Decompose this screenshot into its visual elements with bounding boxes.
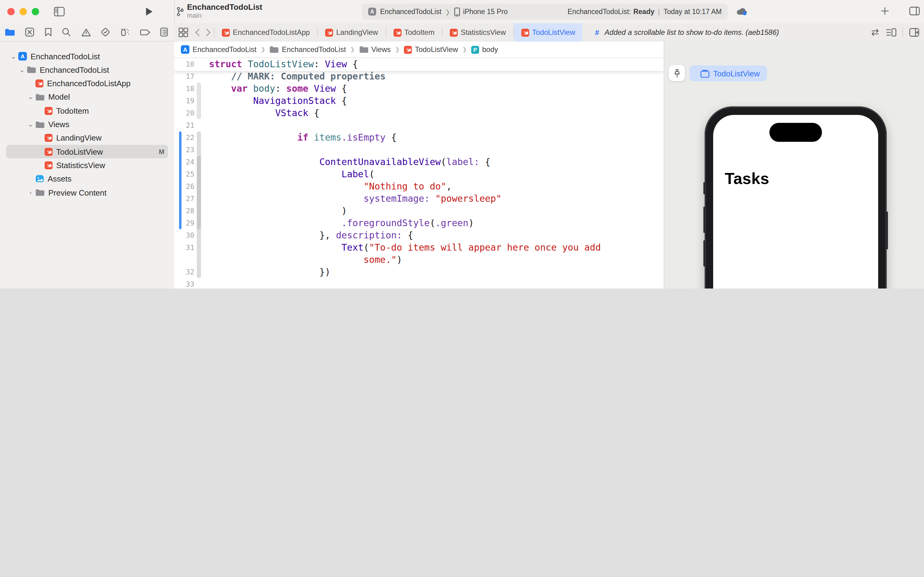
sidebar-item-todoitem[interactable]: TodoItem [0,104,174,118]
window-minimize-button[interactable] [19,8,27,15]
sidebar-item-label: StatisticsView [56,161,105,170]
tab-landingview[interactable]: LandingView [318,23,385,42]
pin-preview-button[interactable] [668,65,685,81]
sidebar-item-enchancedtodolistapp[interactable]: EnchancedTodoListApp [0,77,174,90]
activity-status-pill[interactable]: A EnchancedTodoList ❯ iPhone 15 Pro Ench… [362,4,728,19]
sidebar-item-model[interactable]: ⌄Model [0,90,174,104]
code-line-31: 31Text("To-do items will appear here onc… [174,242,664,254]
sidebar-item-enchancedtodolist[interactable]: ⌄EnchancedTodoList [0,63,174,77]
scheme-name[interactable]: EnchancedTodoList [380,8,441,15]
sidebar-item-landingview[interactable]: LandingView [0,131,174,145]
property-icon: P [471,45,479,53]
debug-icon[interactable] [120,27,130,37]
sidebar-item-todolistview[interactable]: TodoListViewM [0,145,174,158]
sidebar-item-label: LandingView [56,134,101,143]
project-navigator-icon[interactable] [5,28,15,36]
swap-editor-icon[interactable] [870,29,880,36]
editor-options-icon[interactable] [886,28,897,37]
related-items-icon[interactable] [179,27,188,37]
breadcrumb-enchancedtodolist[interactable]: EnchancedTodoList [270,45,346,54]
xcode-cloud-status-icon[interactable] [736,7,747,16]
bookmark-icon[interactable] [45,27,52,37]
preview-device-icon [700,69,710,77]
sidebar-item-preview-content[interactable]: ›Preview Content [0,186,174,199]
source-editor[interactable]: 17// MARK: Computed properties18var body… [174,58,664,288]
sidebar-item-label: Views [48,120,69,129]
preview-target-chip[interactable]: TodoListView [689,65,767,81]
sidebar-item-label: EnchancedTodoList [31,52,100,61]
disclosure-chevron[interactable]: ⌄ [19,66,25,74]
code-line-22: 22if items.isEmpty { [174,131,664,143]
iphone-screen[interactable]: Tasks Nothing to do To-do items will app… [713,115,878,288]
report-icon[interactable] [160,27,168,37]
breadcrumb-todolistview[interactable]: TodoListView [404,45,458,54]
sidebar-item-views[interactable]: ⌄Views [0,118,174,131]
go-forward-icon[interactable] [206,29,211,36]
sidebar-item-enchancedtodolist[interactable]: ⌄AEnchancedTodoList [0,50,174,63]
line-number: 26 [174,180,194,193]
line-number: 20 [174,107,194,119]
disclosure-chevron[interactable]: › [27,190,34,196]
source-control-icon[interactable] [25,27,35,37]
empty-state: Nothing to do To-do items will appear he… [713,286,878,288]
status-project: EnchancedTodoList: [568,8,631,15]
tab-todoitem[interactable]: TodoItem [386,23,442,42]
xcodeproj-icon: A [181,45,190,54]
code-line-wrap: some.") [174,254,664,266]
code-line-27: 27systemImage: "powersleep" [174,193,664,205]
tab-label: TodoItem [404,28,435,37]
breadcrumb-views[interactable]: Views [359,45,391,54]
split-editor-icon[interactable] [910,28,919,37]
line-number: 19 [174,95,194,107]
run-button[interactable] [145,7,153,16]
tab-label: EnchancedTodoListApp [233,28,310,37]
test-icon[interactable] [101,27,110,37]
window-close-button[interactable] [7,8,14,15]
tab-enchancedtodolistapp[interactable]: EnchancedTodoListApp [214,23,317,42]
commit-banner[interactable]: # Added a scrollable list to show to-do … [583,23,865,42]
project-navigator: ⌄AEnchancedTodoList⌄EnchancedTodoListEnc… [0,42,175,288]
svg-text:P: P [473,47,477,53]
sidebar-item-label: Model [48,93,70,102]
sticky-scope-header: 10struct TodoListView: View { [174,58,664,71]
folder-icon [35,189,45,196]
swift-icon [45,134,53,142]
toggle-left-sidebar-icon[interactable] [54,7,65,16]
swift-file-icon [450,28,458,36]
find-icon[interactable] [62,27,71,37]
run-destination[interactable]: iPhone 15 Pro [463,8,508,15]
tab-statisticsview[interactable]: StatisticsView [443,23,514,42]
tab-todolistview[interactable]: TodoListView [514,23,583,42]
disclosure-chevron[interactable]: ⌄ [27,93,34,101]
tab-label: TodoListView [532,28,575,37]
moon-icon [713,286,878,288]
toggle-inspector-icon[interactable] [910,7,920,15]
tab-label: StatisticsView [461,28,506,37]
disclosure-chevron[interactable]: ⌄ [27,121,34,128]
go-back-icon[interactable] [195,29,200,36]
scheme-icon: A [368,7,377,16]
code-line-29: 29.foregroundStyle(.green) [174,217,664,229]
volume-up-button [703,206,705,233]
project-title: EnchancedTodoList [187,3,262,11]
preview-canvas: TodoListView Tasks Nothing to do To-do i… [664,42,924,288]
sidebar-item-assets[interactable]: Assets [0,172,174,185]
code-line-30: 30}, description: { [174,229,664,242]
swift-icon [35,79,43,87]
issue-icon[interactable] [81,28,91,36]
breadcrumb-body[interactable]: Pbody [471,45,498,54]
svg-text:A: A [183,47,187,53]
nav-title: Tasks [725,169,769,188]
line-number: 23 [174,143,194,156]
disclosure-chevron[interactable]: ⌄ [10,52,16,60]
sidebar-item-statisticsview[interactable]: StatisticsView [0,159,174,172]
power-button [886,211,888,249]
swift-icon [45,106,53,114]
breakpoint-icon[interactable] [140,28,150,36]
status-time: Today at 10:17 AM [663,8,722,15]
add-editor-plus-icon[interactable] [881,7,889,15]
window-zoom-button[interactable] [32,8,39,15]
code-line-33: 33 [174,278,664,288]
breadcrumb-enchancedtodolist[interactable]: AEnchancedTodoList [181,45,257,54]
sidebar-item-label: TodoListView [56,147,103,156]
